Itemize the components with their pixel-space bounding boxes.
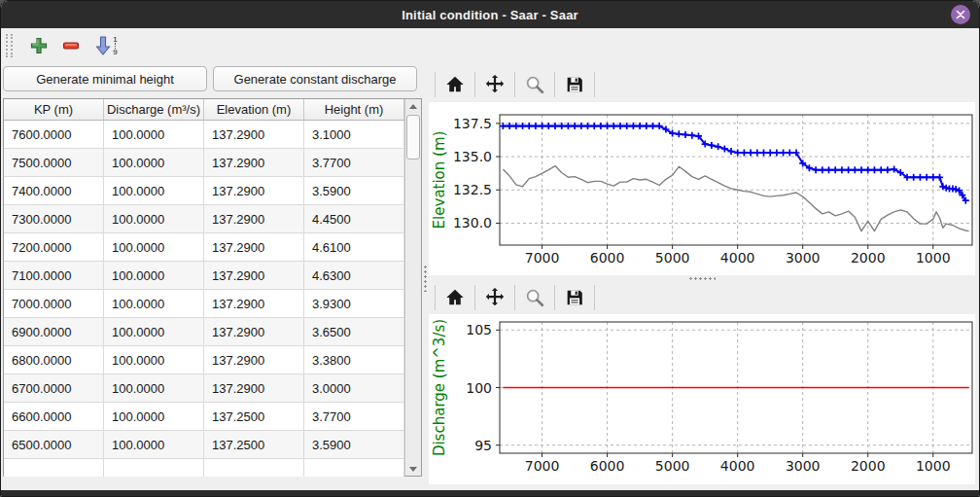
table-cell[interactable]: 100.0000 bbox=[104, 205, 204, 233]
table-cell[interactable]: 3.6500 bbox=[304, 318, 404, 346]
plot-home-button[interactable] bbox=[441, 284, 469, 311]
table-row[interactable]: 7400.0000100.0000137.29003.5900 bbox=[4, 177, 404, 205]
table-row[interactable]: 7600.0000100.0000137.29003.1000 bbox=[4, 121, 404, 149]
table-cell[interactable]: 137.2900 bbox=[204, 205, 304, 233]
plot-save-button[interactable] bbox=[561, 71, 588, 98]
table-cell[interactable]: 7300.0000 bbox=[4, 205, 104, 233]
y-tick-label: 135.0 bbox=[453, 149, 492, 164]
close-button[interactable] bbox=[951, 5, 970, 24]
table-cell[interactable]: 3.9300 bbox=[304, 290, 404, 318]
table-cell[interactable]: 137.2900 bbox=[204, 262, 304, 290]
table-cell[interactable]: 3.5900 bbox=[304, 177, 404, 205]
generate-minimal-height-button[interactable]: Generate minimal height bbox=[3, 66, 207, 91]
table-cell[interactable]: 7600.0000 bbox=[4, 121, 104, 149]
table-cell[interactable]: 100.0000 bbox=[104, 233, 204, 262]
initial-condition-table[interactable]: KP (m)Discharge (m³/s)Elevation (m)Heigh… bbox=[3, 98, 422, 477]
title-bar[interactable]: Initial condition - Saar - Saar bbox=[1, 1, 979, 28]
plot-pan-button[interactable] bbox=[481, 284, 508, 311]
table-cell[interactable]: 100.0000 bbox=[104, 403, 204, 431]
table-cell[interactable]: 100.0000 bbox=[104, 290, 204, 318]
table-row[interactable]: 6700.0000100.0000137.29003.0000 bbox=[4, 374, 404, 403]
table-cell[interactable]: 137.2900 bbox=[204, 346, 304, 374]
table-cell[interactable]: 100.0000 bbox=[104, 431, 204, 459]
plot-zoom-button[interactable] bbox=[521, 71, 548, 98]
table-cell[interactable]: 100.0000 bbox=[104, 374, 204, 403]
sort-rows-button[interactable]: 1 9 bbox=[88, 32, 125, 59]
remove-row-button[interactable] bbox=[56, 32, 86, 59]
x-tick-label: 5000 bbox=[655, 250, 690, 266]
table-row[interactable]: 6900.0000100.0000137.29003.6500 bbox=[4, 318, 404, 346]
table-row[interactable]: 7000.0000100.0000137.29003.9300 bbox=[4, 290, 404, 318]
x-tick-label: 7000 bbox=[525, 250, 560, 266]
table-row[interactable]: 6500.0000100.0000137.25003.5900 bbox=[4, 431, 404, 459]
plot-splitter-horizontal[interactable] bbox=[429, 275, 975, 282]
table-cell[interactable]: 137.2900 bbox=[204, 233, 304, 262]
table-cell[interactable]: 4.4500 bbox=[304, 205, 404, 233]
table-cell[interactable]: 100.0000 bbox=[104, 121, 204, 149]
table-cell[interactable]: 6700.0000 bbox=[4, 374, 104, 403]
table-cell[interactable]: 4.6100 bbox=[304, 233, 404, 262]
table-cell[interactable]: 3.1000 bbox=[304, 121, 404, 149]
table-cell[interactable]: 137.2500 bbox=[204, 431, 304, 459]
table-cell[interactable]: 137.2900 bbox=[204, 121, 304, 149]
table-cell[interactable]: 137.2900 bbox=[204, 318, 304, 346]
table-row[interactable]: 6600.0000100.0000137.25003.7700 bbox=[4, 403, 404, 431]
table-cell[interactable]: 100.0000 bbox=[104, 262, 204, 290]
plot-save-button[interactable] bbox=[561, 284, 588, 311]
table-row[interactable]: 7500.0000100.0000137.29003.7700 bbox=[4, 149, 404, 177]
table-cell[interactable]: 6900.0000 bbox=[4, 318, 104, 346]
table-cell[interactable]: 4.6300 bbox=[304, 262, 404, 290]
toolbar-grip-handle[interactable] bbox=[6, 34, 13, 57]
scrollbar-up-button[interactable] bbox=[405, 99, 421, 113]
table-cell[interactable]: 137.2900 bbox=[204, 177, 304, 205]
toolbar-separator bbox=[514, 72, 515, 97]
magnifier-icon bbox=[524, 287, 545, 308]
table-row[interactable]: 7300.0000100.0000137.29004.4500 bbox=[4, 205, 404, 233]
table-vertical-scrollbar[interactable] bbox=[404, 99, 421, 476]
x-tick-label: 6000 bbox=[590, 458, 625, 474]
table-cell[interactable]: 137.2900 bbox=[204, 290, 304, 318]
table-row[interactable]: 6800.0000100.0000137.29003.3800 bbox=[4, 346, 404, 374]
elevation-plot-canvas[interactable]: 7000600050004000300020001000137.5135.013… bbox=[429, 102, 975, 275]
table-cell[interactable]: 3.7700 bbox=[304, 149, 404, 177]
plot-pan-button[interactable] bbox=[481, 71, 508, 98]
table-row[interactable]: 7100.0000100.0000137.29004.6300 bbox=[4, 262, 404, 290]
plot-zoom-button[interactable] bbox=[521, 284, 548, 311]
column-header[interactable]: Discharge (m³/s) bbox=[104, 99, 204, 120]
table-cell[interactable]: 7200.0000 bbox=[4, 233, 104, 262]
table-cell[interactable]: 137.2500 bbox=[204, 403, 304, 431]
table-cell[interactable]: 100.0000 bbox=[104, 177, 204, 205]
column-header[interactable]: KP (m) bbox=[4, 99, 104, 120]
table-cell[interactable]: 7000.0000 bbox=[4, 290, 104, 318]
table-cell[interactable]: 3.5900 bbox=[304, 431, 404, 459]
table-cell[interactable]: 100.0000 bbox=[104, 149, 204, 177]
table-cell[interactable]: 6800.0000 bbox=[4, 346, 104, 374]
y-tick-label: 130.0 bbox=[453, 215, 492, 231]
plot-home-button[interactable] bbox=[441, 71, 469, 98]
y-tick-label: 105 bbox=[466, 322, 492, 337]
panel-splitter-vertical[interactable] bbox=[422, 63, 429, 492]
table-row[interactable]: 7200.0000100.0000137.29004.6100 bbox=[4, 233, 404, 262]
table-body[interactable]: 7600.0000100.0000137.29003.10007500.0000… bbox=[4, 121, 404, 477]
magnifier-icon bbox=[524, 74, 545, 95]
table-cell[interactable]: 6600.0000 bbox=[4, 403, 104, 431]
toolbar-separator bbox=[554, 72, 555, 97]
column-header[interactable]: Elevation (m) bbox=[204, 99, 304, 120]
table-cell[interactable]: 137.2900 bbox=[204, 374, 304, 403]
discharge-plot-canvas[interactable]: 700060005000400030002000100010510095Disc… bbox=[429, 314, 975, 484]
generate-constant-discharge-button[interactable]: Generate constant discharge bbox=[213, 66, 417, 91]
column-header[interactable]: Height (m) bbox=[304, 99, 404, 120]
scrollbar-thumb[interactable] bbox=[406, 115, 420, 160]
table-cell[interactable]: 7500.0000 bbox=[4, 149, 104, 177]
table-cell[interactable]: 7400.0000 bbox=[4, 177, 104, 205]
add-row-button[interactable] bbox=[24, 32, 53, 59]
table-cell[interactable]: 7100.0000 bbox=[4, 262, 104, 290]
scrollbar-down-button[interactable] bbox=[405, 462, 421, 476]
table-cell[interactable]: 100.0000 bbox=[104, 346, 204, 374]
table-cell[interactable]: 3.3800 bbox=[304, 346, 404, 374]
table-cell[interactable]: 137.2900 bbox=[204, 149, 304, 177]
table-cell[interactable]: 100.0000 bbox=[104, 318, 204, 346]
table-cell[interactable]: 6500.0000 bbox=[4, 431, 104, 459]
table-cell[interactable]: 3.7700 bbox=[304, 403, 404, 431]
table-cell[interactable]: 3.0000 bbox=[304, 374, 404, 403]
